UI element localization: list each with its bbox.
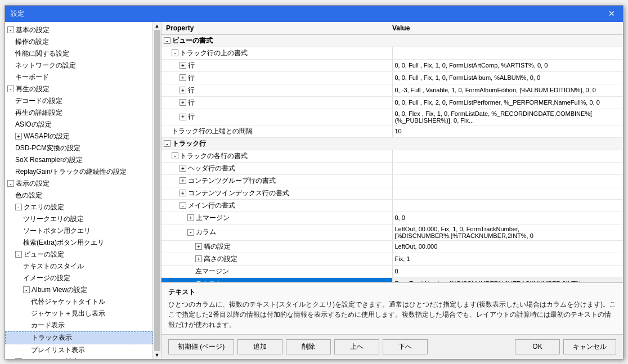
sidebar-item-display[interactable]: - 表示の設定 [5, 178, 152, 190]
column-row[interactable]: - カラム LeftOut, 00.000, Fix, 1, 0, FormTr… [162, 224, 623, 241]
section-track-row[interactable]: - トラック行 [162, 138, 623, 150]
expand-icon-player-view[interactable]: + [15, 358, 22, 359]
row-item-3[interactable]: + 行 0, -3, Full , Variable, 1, 0, FormAl… [162, 84, 623, 97]
row-item-1[interactable]: + 行 0, 0, Full , Fix, 1, 0, FormListArtC… [162, 60, 623, 72]
sidebar-item-playback-detail[interactable]: 再生の詳細設定 [5, 107, 152, 119]
expand-content-group[interactable]: + [180, 177, 186, 184]
sidebar-item-playlist-display[interactable]: プレイリスト表示 [5, 344, 152, 356]
expand-content-index[interactable]: + [180, 190, 186, 196]
sidebar-label-dsd: DSD-PCM変換の設定 [15, 143, 80, 153]
sidebar-label-basic: 基本の設定 [16, 25, 50, 35]
track-row-spacing[interactable]: トラック行の上端との間隔 10 [162, 125, 623, 138]
expand-view-style[interactable]: - [164, 37, 171, 44]
expand-height[interactable]: + [195, 255, 202, 262]
width-setting-row[interactable]: + 幅の設定 LeftOut, 00.000 [162, 241, 623, 253]
expand-row5[interactable]: + [180, 114, 186, 120]
sidebar-scrollbar[interactable]: ▲ ▼ [152, 22, 161, 359]
sidebar-item-player-view[interactable]: + Player Viewの設定 [5, 356, 152, 359]
sidebar-item-dsd[interactable]: DSD-PCM変換の設定 [5, 142, 152, 154]
row-item-5[interactable]: + 行 0, 0, Flex , Fix, 1, 0, FormListDate… [162, 109, 623, 125]
left-margin-row[interactable]: 左マージン 0 [162, 266, 623, 278]
expand-icon-basic[interactable]: - [7, 26, 14, 33]
sidebar-item-view[interactable]: - ビューの設定 [5, 249, 152, 260]
row-item-4[interactable]: + 行 0, 0, Full , Fix, 2, 0, FormListPerf… [162, 97, 623, 109]
expand-icon-view[interactable]: - [15, 251, 22, 258]
sidebar-item-basic[interactable]: - 基本の設定 [5, 24, 152, 36]
expand-column[interactable]: - [187, 229, 194, 236]
sidebar-item-image[interactable]: イメージの設定 [5, 272, 152, 284]
sidebar-item-decode[interactable]: デコードの設定 [5, 95, 152, 107]
text-row[interactable]: テキスト FormTrackNumber, [%DISCNUMBER%.]%TR… [162, 278, 623, 282]
sidebar-item-network[interactable]: ネットワークの設定 [5, 60, 152, 71]
sidebar-item-tree-query[interactable]: ツリークエリの設定 [5, 213, 152, 225]
sidebar-label-playback-detail: 再生の詳細設定 [15, 108, 62, 118]
add-button[interactable]: 追加 [237, 339, 282, 354]
expand-header-row[interactable]: + [180, 165, 186, 172]
scroll-thumb[interactable] [154, 30, 160, 351]
close-button[interactable]: ✕ [606, 9, 617, 18]
scroll-down-arrow[interactable]: ▼ [155, 352, 160, 358]
sidebar-item-performance[interactable]: 性能に関する設定 [5, 48, 152, 60]
sidebar-item-color[interactable]: 色の設定 [5, 190, 152, 201]
sidebar-item-album-view[interactable]: - Album Viewの設定 [5, 284, 152, 296]
expand-icon-wasapi[interactable]: + [15, 133, 22, 140]
expand-icon-query[interactable]: - [15, 204, 22, 210]
sidebar-item-text-style[interactable]: テキストのスタイル [5, 260, 152, 272]
sidebar-label-network: ネットワークの設定 [15, 61, 76, 70]
expand-icon-album-view[interactable]: - [23, 286, 30, 293]
sidebar-item-card-display[interactable]: カード表示 [5, 320, 152, 331]
top-margin-row[interactable]: + 上マージン 0, 0 [162, 212, 623, 224]
sidebar-label-replaygain: ReplayGain/トラックの継続性の設定 [15, 167, 127, 177]
subsection-track-top[interactable]: - トラック行の上の書式 [162, 47, 623, 60]
expand-track-top[interactable]: - [172, 50, 178, 56]
sidebar-item-wasapi[interactable]: + WASAPIの設定 [5, 131, 152, 142]
main-row-style[interactable]: - メイン行の書式 [162, 200, 623, 212]
content-group-label: コンテンツグループ行の書式 [188, 176, 276, 186]
sidebar-item-keyboard[interactable]: キーボード [5, 71, 152, 83]
sidebar-item-replaygain[interactable]: ReplayGain/トラックの継続性の設定 [5, 166, 152, 178]
sidebar[interactable]: ▲ ▼ - 基本の設定 操作の設定 性能に関する設定 ネットワークの設定 [5, 22, 162, 359]
expand-row3[interactable]: + [180, 87, 186, 93]
scroll-up-arrow[interactable]: ▲ [155, 23, 160, 29]
expand-icon-playback[interactable]: - [7, 86, 14, 92]
up-button[interactable]: 上へ [334, 339, 379, 354]
expand-row2[interactable]: + [180, 74, 186, 81]
down-button[interactable]: 下へ [383, 339, 428, 354]
header-row-style[interactable]: + ヘッダ行の書式 [162, 163, 623, 175]
sidebar-item-jacket-heading[interactable]: ジャケット＋見出し表示 [5, 308, 152, 320]
expand-width[interactable]: + [195, 243, 202, 250]
left-margin-label: 左マージン [195, 267, 229, 276]
row1-value: 0, 0, Full , Fix, 1, 0, FormListArtComp,… [393, 60, 623, 71]
content-index-row[interactable]: + コンテンツインデックス行の書式 [162, 187, 623, 200]
row3-value: 0, -3, Full , Variable, 1, 0, FormAlbumE… [393, 84, 623, 96]
sidebar-label-asio: ASIOの設定 [15, 120, 52, 129]
cancel-button[interactable]: キャンセル [563, 339, 616, 354]
sidebar-item-track-display[interactable]: トラック表示 [5, 331, 152, 344]
sidebar-item-search-extra[interactable]: 検索(Extra)ボタン用クエリ [5, 237, 152, 249]
expand-row4[interactable]: + [180, 99, 186, 106]
sidebar-item-operation[interactable]: 操作の設定 [5, 36, 152, 48]
expand-main-row[interactable]: - [180, 202, 186, 209]
track-each-row[interactable]: - トラックの各行の書式 [162, 150, 623, 163]
section-view-style-label: ビューの書式 [172, 36, 213, 46]
ok-button[interactable]: OK [515, 339, 560, 354]
expand-row1[interactable]: + [180, 62, 186, 69]
section-view-style[interactable]: - ビューの書式 [162, 35, 623, 47]
row-item-2[interactable]: + 行 0, 0, Full , Fix, 1, 0, FormListAlbu… [162, 72, 623, 84]
height-setting-row[interactable]: + 高さの設定 Fix, 1 [162, 253, 623, 266]
sidebar-item-sort-btn[interactable]: ソートボタン用クエリ [5, 225, 152, 237]
expand-each-row[interactable]: - [172, 152, 178, 159]
sidebar-item-jacket-title[interactable]: 代替ジャケットタイトル [5, 296, 152, 308]
reset-button[interactable]: 初期値 (ページ) [168, 339, 234, 354]
content-group-row[interactable]: + コンテンツグループ行の書式 [162, 175, 623, 187]
sidebar-item-asio[interactable]: ASIOの設定 [5, 119, 152, 131]
spacing-name: トラック行の上端との間隔 [162, 125, 393, 137]
dialog-body: ▲ ▼ - 基本の設定 操作の設定 性能に関する設定 ネットワークの設定 [5, 22, 623, 359]
expand-icon-display[interactable]: - [7, 180, 14, 187]
sidebar-item-sox[interactable]: SoX Resamplerの設定 [5, 154, 152, 166]
expand-top-margin[interactable]: + [187, 214, 194, 221]
sidebar-item-playback[interactable]: - 再生の設定 [5, 83, 152, 95]
expand-track-row[interactable]: - [164, 140, 171, 147]
sidebar-item-query[interactable]: - クエリの設定 [5, 201, 152, 213]
delete-button[interactable]: 削除 [286, 339, 331, 354]
